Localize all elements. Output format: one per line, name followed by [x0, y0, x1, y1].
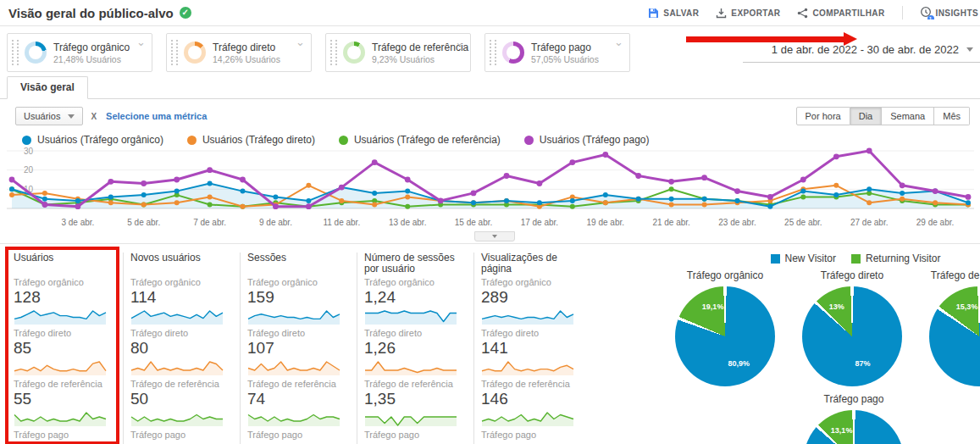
- segment-card-3[interactable]: Tráfego pago57,05% Usuários⌄: [484, 33, 630, 72]
- annotations-toggle[interactable]: [474, 231, 515, 241]
- summary-section: UsuáriosTráfego orgânico128Tráfego diret…: [0, 244, 980, 444]
- pie-legend-label: New Visitor: [785, 253, 836, 264]
- pie-title: Tráfego pago: [790, 393, 917, 405]
- users-timeseries-chart[interactable]: 1020303 de abr.5 de abr.7 de abr.9 de ab…: [0, 146, 980, 232]
- metric-channel-label: Tráfego de referência: [481, 379, 587, 389]
- metric-value: 159: [247, 288, 353, 307]
- metric-value: 581: [481, 441, 587, 444]
- insights-button[interactable]: 1 INSIGHTS: [920, 6, 978, 19]
- share-button[interactable]: COMPARTILHAR: [797, 8, 884, 19]
- sparkline-chart: [481, 410, 574, 427]
- metric-value: 114: [130, 288, 236, 307]
- metric-cell: Tráfego orgânico114: [130, 277, 236, 325]
- metric-cell: Tráfego pago340: [14, 430, 119, 444]
- svg-text:21 de abr.: 21 de abr.: [652, 218, 689, 227]
- pie-returning-percent: 15,3%: [956, 302, 978, 311]
- metric-cell: Tráfego pago402: [247, 430, 353, 444]
- save-icon: [648, 8, 659, 19]
- svg-text:27 de abr.: 27 de abr.: [850, 218, 888, 227]
- metric-value: 1,35: [364, 390, 470, 408]
- metric-value: 80: [130, 339, 236, 358]
- sparkline-chart: [481, 308, 574, 325]
- drag-handle-icon: [171, 40, 178, 65]
- svg-text:19 de abr.: 19 de abr.: [587, 218, 624, 227]
- metric-column-2: SessõesTráfego orgânico159Tráfego direto…: [240, 253, 357, 444]
- chevron-down-icon[interactable]: ⌄: [136, 36, 146, 48]
- metric-value: 74: [247, 390, 353, 408]
- drag-handle-icon: [330, 40, 337, 65]
- pie-returning-percent: 13,1%: [831, 426, 853, 435]
- metric-column-title: Sessões: [247, 253, 353, 275]
- pie-legend-item-0: New Visitor: [771, 253, 836, 264]
- granularity-button-dia[interactable]: Dia: [850, 107, 883, 125]
- svg-text:5 de abr.: 5 de abr.: [127, 218, 160, 227]
- legend-dot-icon: [524, 136, 534, 145]
- chevron-down-icon[interactable]: ⌄: [614, 36, 623, 48]
- pie-returning-percent: 13%: [829, 302, 844, 311]
- metric-column-3: Número de sessões por usuárioTráfego org…: [357, 253, 473, 444]
- sparkline-chart: [247, 308, 341, 325]
- metric-cell: Tráfego direto1,26: [364, 328, 470, 376]
- chevron-down-icon[interactable]: ⌄: [296, 36, 305, 48]
- legend-label: Usuários (Tráfego orgânico): [37, 134, 163, 146]
- export-button[interactable]: EXPORTAR: [716, 8, 780, 19]
- segment-percent: 57,05% Usuários: [531, 54, 599, 64]
- tab-overview[interactable]: Visão geral: [7, 76, 88, 99]
- metric-column-title: Novos usuários: [130, 253, 236, 275]
- sparkline-chart: [130, 410, 224, 427]
- svg-text:25 de abr.: 25 de abr.: [784, 218, 822, 227]
- chevron-down-icon: [966, 47, 973, 52]
- segment-card-2[interactable]: Tráfego de referência9,23% Usuários⌄: [325, 33, 471, 72]
- metric-channel-label: Tráfego pago: [481, 430, 587, 440]
- save-button[interactable]: SALVAR: [648, 8, 699, 19]
- svg-text:3 de abr.: 3 de abr.: [61, 218, 94, 227]
- segment-card-0[interactable]: Tráfego orgânico21,48% Usuários⌄: [7, 33, 152, 72]
- share-icon: [797, 8, 808, 19]
- pie-new-percent: 87%: [855, 359, 871, 368]
- insights-label: INSIGHTS: [936, 8, 978, 18]
- granularity-button-mês[interactable]: Mês: [934, 107, 970, 125]
- segment-name: Tráfego orgânico: [53, 42, 130, 54]
- pie-new-percent: 80,9%: [728, 359, 750, 368]
- segment-donut-icon: [502, 42, 524, 64]
- metric-value: 1,24: [364, 288, 470, 307]
- select-metric-link[interactable]: Selecione uma métrica: [106, 111, 207, 121]
- segment-percent: 9,23% Usuários: [372, 54, 468, 64]
- metric-cell: Tráfego direto141: [481, 328, 587, 376]
- metric-value: 1,26: [364, 339, 470, 358]
- chevron-down-icon[interactable]: ⌄: [455, 36, 464, 48]
- legend-square-icon: [771, 254, 780, 264]
- page-title: Visão geral do público-alvo: [8, 6, 174, 20]
- metric-cell: Tráfego direto85: [14, 328, 119, 376]
- granularity-button-semana[interactable]: Semana: [882, 107, 934, 125]
- topbar-actions: SALVAR EXPORTAR COMPARTILHAR 1 INSIGHTS: [648, 6, 980, 19]
- pies-row-2: Tráfego pago13,1%: [631, 393, 980, 444]
- metric-value: 340: [14, 441, 119, 444]
- metric-dropdown[interactable]: Usuários: [15, 107, 83, 125]
- metric-cell: Tráfego de referência50: [130, 379, 236, 427]
- legend-item-1: Usuários (Tráfego direto): [187, 134, 315, 146]
- metric-channel-label: Tráfego pago: [364, 430, 470, 440]
- legend-square-icon: [851, 254, 861, 264]
- chevron-down-icon: [68, 114, 75, 119]
- date-range-selector[interactable]: 1 de abr. de 2022 - 30 de abr. de 2022: [743, 36, 980, 63]
- legend-item-0: Usuários (Tráfego orgânico): [22, 134, 163, 146]
- segment-percent: 21,48% Usuários: [53, 54, 130, 64]
- metric-channel-label: Tráfego pago: [130, 430, 236, 440]
- segment-card-1[interactable]: Tráfego direto14,26% Usuários⌄: [166, 33, 312, 72]
- chart-legend: Usuários (Tráfego orgânico)Usuários (Trá…: [0, 128, 980, 146]
- legend-item-3: Usuários (Tráfego pago): [524, 134, 650, 146]
- granularity-button-por-hora[interactable]: Por hora: [796, 107, 850, 125]
- metric-channel-label: Tráfego orgânico: [247, 277, 353, 287]
- svg-text:13 de abr.: 13 de abr.: [389, 218, 426, 227]
- legend-label: Usuários (Tráfego pago): [540, 134, 650, 146]
- segment-name: Tráfego pago: [531, 42, 599, 54]
- chart-footer: [0, 232, 980, 244]
- svg-text:7 de abr.: 7 de abr.: [193, 218, 226, 227]
- metric-value: 55: [14, 390, 119, 408]
- segment-card-text: Tráfego orgânico21,48% Usuários: [53, 42, 130, 64]
- pie-title: Tráfego orgânico: [662, 269, 789, 281]
- segment-cards: Tráfego orgânico21,48% Usuários⌄Tráfego …: [7, 33, 644, 72]
- insights-icon: 1: [920, 6, 932, 19]
- metric-channel-label: Tráfego de referência: [130, 379, 236, 389]
